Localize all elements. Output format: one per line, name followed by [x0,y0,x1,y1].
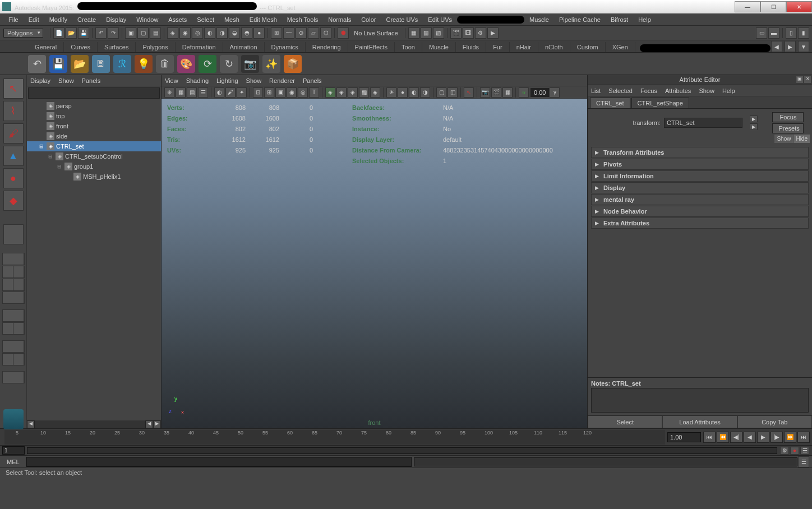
snap-live-icon[interactable]: ⬡ [320,27,331,39]
vp-icon[interactable]: ▦ [176,87,186,98]
history-icon[interactable]: ▦ [408,27,419,39]
viewport-canvas[interactable]: Verts:8088080Edges:160816080Faces:802802… [162,99,587,428]
vp-light-icon[interactable]: ☀ [386,87,396,98]
shelf-tab-animation[interactable]: Animation [223,42,265,52]
copy-tab-button[interactable]: Copy Tab [737,415,812,428]
mask-icon[interactable]: ◓ [241,27,252,39]
select-tool[interactable]: ↖ [3,78,24,99]
last-tool[interactable] [3,224,24,244]
layout-two-icon[interactable] [2,279,25,291]
mode-dropdown[interactable]: Polygons [3,29,43,38]
snap-grid-icon[interactable]: ⊞ [271,27,282,39]
trash-shelf-icon[interactable]: 🗑 [156,55,174,73]
attr-section[interactable]: ▶Pivots [591,159,809,170]
ref-shelf-icon[interactable]: 🗎 [92,55,110,73]
lasso-tool[interactable]: ⌇ [3,101,24,121]
layout-icon[interactable] [2,353,25,365]
live-surface-icon[interactable]: ⬢ [338,27,349,39]
outliner-item[interactable]: ◈persp [27,101,161,111]
outliner-menu-panels[interactable]: Panels [82,77,101,84]
history-icon[interactable]: ▨ [433,27,444,39]
attr-menu-selected[interactable]: Selected [608,87,633,94]
step-back-key-icon[interactable]: ⏪ [717,432,729,443]
outliner-menu-display[interactable]: Display [30,77,50,84]
attr-menu-help[interactable]: Help [722,87,735,94]
current-frame-field[interactable] [667,432,701,442]
cube-shelf-icon[interactable]: 📦 [284,55,302,73]
menu-color[interactable]: Color [356,16,381,23]
vp-light-icon[interactable]: ◑ [420,87,430,98]
vp-icon[interactable]: ▣ [275,87,285,98]
vp-icon[interactable]: ⊡ [253,87,263,98]
camera-shelf-icon[interactable]: 📷 [241,55,259,73]
vp-light-icon[interactable]: ● [398,87,408,98]
select-obj-icon[interactable]: ▢ [137,27,149,39]
save-scene-icon[interactable]: 💾 [78,27,89,39]
layout-icon[interactable]: ▭ [756,27,767,39]
shelf-tab-general[interactable]: General [28,42,64,52]
vp-shade-icon[interactable]: ◈ [336,87,347,98]
vp-cam-icon[interactable]: 🎬 [491,87,501,98]
vp-gamma-icon[interactable]: γ [550,87,560,98]
open-scene-icon[interactable]: 📂 [66,27,77,39]
vp-menu-shading[interactable]: Shading [186,77,209,84]
attr-section[interactable]: ▶Transform Attributes [591,147,809,158]
render-icon[interactable]: 🎞 [463,27,474,39]
minimize-button[interactable]: — [735,1,760,12]
shelf-tab-surfaces[interactable]: Surfaces [98,42,136,52]
select-comp-icon[interactable]: ▤ [150,27,161,39]
range-track[interactable] [27,447,777,454]
go-end-icon[interactable]: ⏭ [797,432,810,443]
refresh-shelf-icon[interactable]: ⟳ [199,55,216,73]
nav-up-icon[interactable]: ▶ [750,115,758,122]
transform-name-field[interactable] [664,118,742,128]
layout-persp-icon[interactable] [2,309,25,322]
vp-icon[interactable]: T [309,87,319,98]
save-shelf-icon[interactable]: 💾 [49,55,67,73]
scale-tool[interactable]: ◆ [3,191,24,211]
play-back-icon[interactable]: ◀ [744,432,756,443]
attr-menu-attributes[interactable]: Attributes [665,87,691,94]
vp-cursor-icon[interactable]: ↖ [464,87,474,98]
menu-create-uvs[interactable]: Create UVs [381,16,423,23]
vp-light-icon[interactable]: ◐ [409,87,419,98]
attr-section[interactable]: ▶Display [591,182,809,193]
shelf-tab-nhair[interactable]: nHair [510,42,538,52]
outliner-item[interactable]: ◈side [27,131,161,141]
time-slider[interactable]: 5101520253035404550556065707580859095100… [0,428,812,445]
layout-icon[interactable]: ▬ [768,27,779,39]
attr-section[interactable]: ▶Limit Information [591,170,809,182]
paint-select-tool[interactable]: 🖌 [3,123,24,144]
menu-mesh[interactable]: Mesh [219,16,244,23]
vp-shade-icon[interactable]: ◈ [325,87,335,98]
attr-section[interactable]: ▶mental ray [591,194,809,205]
attr-section[interactable]: ▶Node Behavior [591,206,809,217]
menu-edit-mesh[interactable]: Edit Mesh [244,16,282,23]
move-tool[interactable]: ▲ [3,146,24,166]
go-start-icon[interactable]: ⏮ [703,432,716,443]
menu-display[interactable]: Display [101,16,131,23]
outliner-item[interactable]: ◈front [27,121,161,131]
layout-icon[interactable] [2,291,25,304]
vp-cam-icon[interactable]: 📷 [480,87,490,98]
render-icon[interactable]: 🎬 [450,27,462,39]
notes-textarea[interactable] [591,388,809,413]
vp-icon[interactable]: ⊞ [264,87,274,98]
shelf-tab-muscle[interactable]: Muscle [422,42,456,52]
outliner-item[interactable]: ◈MSH_pHelix1 [27,172,161,182]
vp-menu-show[interactable]: Show [246,77,262,84]
focus-button[interactable]: Focus [772,112,804,122]
shelf-tab-custom[interactable]: Custom [570,42,606,52]
vp-icon[interactable]: ▤ [187,87,197,98]
menu-select[interactable]: Select [192,16,219,23]
redo-icon[interactable]: ↷ [108,27,119,39]
shelf-nav-icon[interactable]: ▼ [798,41,809,52]
hide-button[interactable]: Hide [793,135,810,143]
shelf-tab-painteffects[interactable]: PaintEffects [348,42,395,52]
layout-four-icon[interactable] [2,266,25,278]
outliner-item[interactable]: ⊟◈group1 [27,161,161,172]
vp-exposure-icon[interactable]: ☼ [519,87,529,98]
shelf-tab-dynamics[interactable]: Dynamics [265,42,306,52]
outliner-tree[interactable]: ◈persp◈top◈front◈side⊟◈CTRL_set⊟◈CTRL_se… [27,100,161,428]
outliner-scrollbar[interactable]: ◀◀▶ [27,420,161,428]
